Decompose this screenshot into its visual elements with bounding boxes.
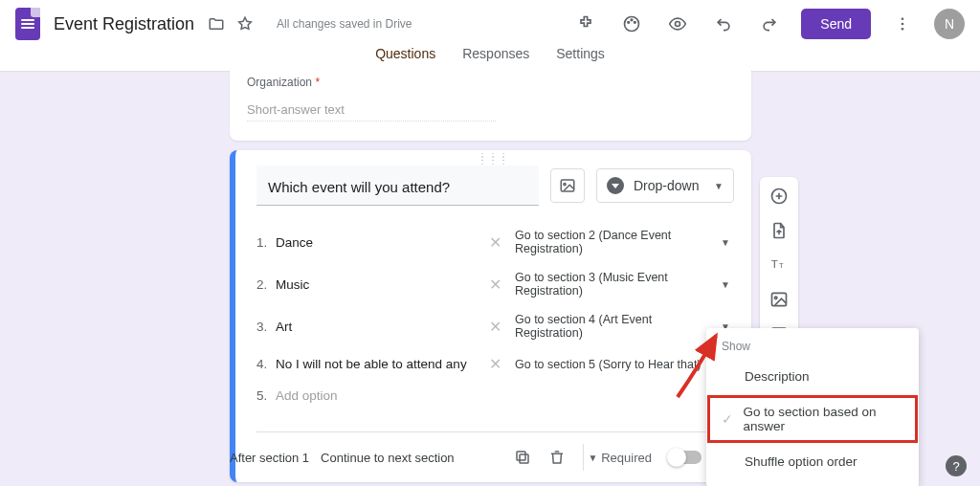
folder-icon[interactable]	[207, 14, 226, 33]
question-type-select[interactable]: Drop-down ▼	[596, 168, 734, 203]
add-option-row[interactable]: 5. Add option	[256, 381, 734, 410]
svg-point-1	[628, 22, 630, 24]
svg-point-9	[564, 183, 566, 185]
add-image-sidebar-button[interactable]	[769, 290, 789, 309]
import-questions-button[interactable]	[769, 221, 789, 240]
option-row[interactable]: 2. Music ✕ Go to section 3 (Music Event …	[256, 263, 734, 305]
svg-text:T: T	[771, 257, 778, 270]
svg-point-5	[902, 17, 904, 20]
option-row[interactable]: 3. Art ✕ Go to section 4 (Art Event Regi…	[256, 305, 734, 347]
question-title-input[interactable]: Which event will you attend?	[256, 166, 539, 206]
option-text[interactable]: Music	[276, 277, 486, 292]
prev-answer-hint: Short-answer text	[247, 102, 496, 122]
check-icon: ✓	[722, 411, 734, 427]
svg-rect-18	[772, 293, 787, 305]
svg-text:T: T	[779, 261, 784, 270]
option-text[interactable]: Art	[276, 320, 486, 334]
popup-goto-section[interactable]: ✓Go to section based on answer	[706, 394, 919, 444]
chevron-down-icon[interactable]: ▼	[717, 279, 734, 290]
svg-point-3	[635, 22, 636, 24]
send-button[interactable]: Send	[801, 9, 871, 39]
remove-option-icon[interactable]: ✕	[486, 233, 503, 252]
dropdown-type-icon	[607, 177, 624, 194]
after-section-label: After section 1	[230, 451, 309, 465]
option-row[interactable]: 4. No I will not be able to attend any ✕…	[256, 347, 734, 381]
palette-icon[interactable]	[622, 14, 641, 33]
account-avatar[interactable]: N	[934, 9, 965, 39]
chevron-down-icon: ▼	[714, 181, 724, 191]
previous-question-card[interactable]: Organization * Short-answer text	[230, 64, 751, 141]
popup-shuffle[interactable]: Shuffle option order	[706, 444, 919, 479]
app-header: Event Registration All changes saved in …	[0, 0, 980, 72]
redo-icon[interactable]	[760, 14, 779, 33]
forms-logo[interactable]	[15, 8, 40, 40]
goto-section[interactable]: Go to section 4 (Art Event Registration)	[515, 313, 717, 340]
svg-point-6	[902, 23, 904, 26]
after-section-control: After section 1 Continue to next section…	[230, 451, 598, 465]
svg-rect-8	[561, 180, 574, 191]
svg-point-7	[902, 28, 904, 31]
addons-icon[interactable]	[576, 14, 595, 33]
required-asterisk: *	[315, 76, 320, 89]
question-type-label: Drop-down	[634, 178, 704, 193]
add-option-label[interactable]: Add option	[276, 388, 486, 403]
add-title-button[interactable]: TT	[769, 255, 789, 275]
prev-question-title: Organization *	[247, 76, 734, 89]
preview-icon[interactable]	[668, 14, 687, 33]
add-image-button[interactable]	[550, 168, 585, 203]
document-title[interactable]: Event Registration	[54, 14, 194, 34]
star-icon[interactable]	[235, 14, 255, 33]
svg-point-19	[774, 297, 777, 299]
drag-handle-icon[interactable]: ⋮⋮⋮⋮⋮⋮	[235, 150, 751, 166]
required-label: Required	[601, 451, 652, 465]
popup-description[interactable]: Description	[706, 359, 919, 394]
svg-point-2	[631, 19, 633, 21]
option-row[interactable]: 1. Dance ✕ Go to section 2 (Dance Event …	[256, 221, 734, 263]
save-status: All changes saved in Drive	[277, 17, 412, 31]
question-more-menu-popup: Show Description ✓Go to section based on…	[706, 328, 919, 486]
remove-option-icon[interactable]: ✕	[486, 318, 503, 336]
popup-show-heading: Show	[706, 338, 919, 359]
option-text[interactable]: No I will not be able to attend any	[276, 357, 486, 371]
chevron-down-icon[interactable]: ▼	[717, 237, 734, 248]
option-text[interactable]: Dance	[276, 235, 486, 250]
goto-section[interactable]: Go to section 3 (Music Event Registratio…	[515, 271, 717, 298]
svg-point-4	[676, 22, 680, 27]
more-menu-icon[interactable]	[893, 14, 912, 33]
required-toggle[interactable]	[669, 451, 702, 464]
remove-option-icon[interactable]: ✕	[486, 276, 503, 294]
after-section-select[interactable]: Continue to next section ▼	[321, 451, 597, 465]
chevron-down-icon: ▼	[589, 453, 598, 463]
undo-icon[interactable]	[714, 14, 733, 33]
remove-option-icon[interactable]: ✕	[486, 355, 503, 373]
help-button[interactable]: ?	[946, 455, 967, 476]
question-card: ⋮⋮⋮⋮⋮⋮ Which event will you attend? Drop…	[230, 150, 751, 482]
add-question-button[interactable]	[769, 187, 789, 206]
options-list: 1. Dance ✕ Go to section 2 (Dance Event …	[235, 215, 751, 416]
goto-section[interactable]: Go to section 5 (Sorry to Hear that)	[515, 358, 717, 371]
goto-section[interactable]: Go to section 2 (Dance Event Registratio…	[515, 229, 717, 255]
